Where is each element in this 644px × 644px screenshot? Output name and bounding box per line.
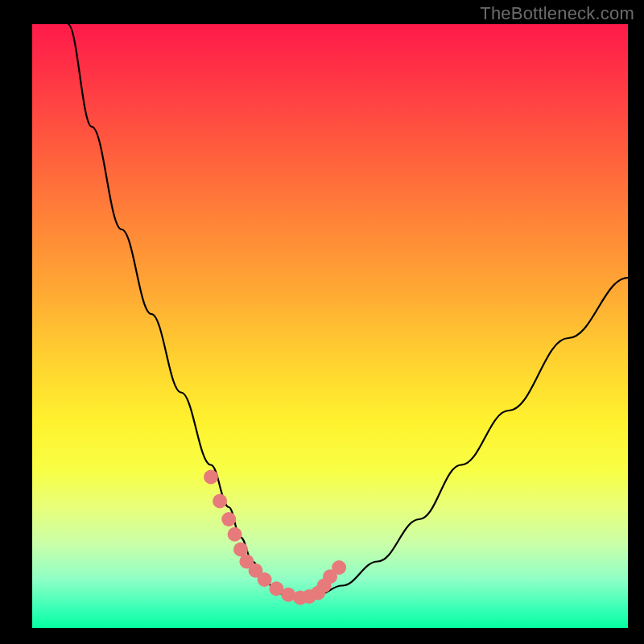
bottleneck-curve (68, 24, 628, 598)
highlight-dot (258, 572, 272, 587)
curve-layer (0, 0, 644, 644)
highlight-dot (221, 512, 236, 526)
highlight-dot (204, 470, 218, 485)
highlight-dot (213, 494, 227, 509)
highlight-dot (332, 560, 346, 575)
chart-frame: TheBottleneck.com (0, 0, 644, 644)
highlight-dot (228, 527, 242, 542)
